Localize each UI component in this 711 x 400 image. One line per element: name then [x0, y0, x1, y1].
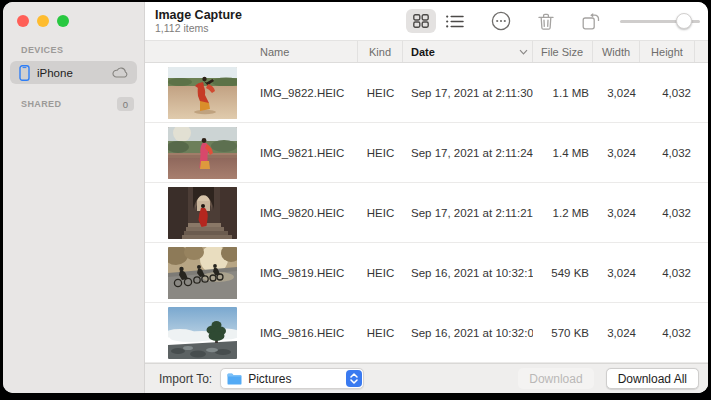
column-thumbnail — [145, 41, 252, 62]
slider-thumb[interactable] — [676, 13, 692, 29]
photo-thumbnail[interactable] — [145, 307, 252, 359]
import-to-label: Import To: — [159, 372, 212, 386]
file-kind: HEIC — [358, 207, 403, 219]
import-destination-select[interactable]: Pictures — [220, 368, 364, 389]
file-date: Sep 17, 2021 at 2:11:24... — [403, 147, 533, 159]
column-header-spacer — [695, 41, 708, 62]
close-window-button[interactable] — [17, 15, 29, 27]
cyclists-on-road-photo — [168, 247, 237, 299]
iphone-icon — [19, 65, 30, 81]
sidebar: DEVICES iPhone SHARED 0 — [3, 2, 145, 393]
download-all-button[interactable]: Download All — [606, 368, 699, 389]
grid-view-icon — [413, 14, 429, 28]
column-header-file-size[interactable]: File Size — [533, 41, 593, 62]
shared-section-label: SHARED — [21, 99, 117, 109]
file-name: IMG_9820.HEIC — [252, 207, 358, 219]
file-kind: HEIC — [358, 87, 403, 99]
image-height: 4,032 — [640, 207, 695, 219]
image-width: 3,024 — [593, 147, 640, 159]
file-size: 1.2 MB — [533, 207, 593, 219]
column-header-height[interactable]: Height — [640, 41, 695, 62]
dancer-on-plaza-photo — [168, 67, 237, 119]
table-row[interactable]: IMG_9820.HEIC HEIC Sep 17, 2021 at 2:11:… — [145, 183, 708, 243]
photo-list: IMG_9822.HEIC HEIC Sep 17, 2021 at 2:11:… — [145, 63, 708, 363]
column-header-name[interactable]: Name — [252, 41, 358, 62]
table-row[interactable]: IMG_9822.HEIC HEIC Sep 17, 2021 at 2:11:… — [145, 63, 708, 123]
trash-icon — [538, 13, 554, 30]
table-row[interactable]: IMG_9821.HEIC HEIC Sep 17, 2021 at 2:11:… — [145, 123, 708, 183]
more-circle-icon — [491, 11, 511, 31]
image-height: 4,032 — [640, 147, 695, 159]
date-header-label: Date — [411, 46, 435, 58]
photo-thumbnail[interactable] — [145, 247, 252, 299]
rotate-button[interactable] — [576, 9, 606, 33]
photo-thumbnail[interactable] — [145, 187, 252, 239]
table-header: Name Kind Date File Size Width Height — [145, 40, 708, 63]
file-date: Sep 16, 2021 at 10:32:0... — [403, 327, 533, 339]
file-name: IMG_9816.HEIC — [252, 327, 358, 339]
image-width: 3,024 — [593, 327, 640, 339]
rotate-icon — [582, 13, 600, 30]
file-kind: HEIC — [358, 267, 403, 279]
image-height: 4,032 — [640, 327, 695, 339]
minimize-window-button[interactable] — [37, 15, 49, 27]
file-size: 1.4 MB — [533, 147, 593, 159]
window-controls — [3, 2, 144, 27]
page-title: Image Capture — [155, 8, 242, 22]
red-dress-stone-tunnel-photo — [168, 187, 237, 239]
file-name: IMG_9821.HEIC — [252, 147, 358, 159]
file-date: Sep 17, 2021 at 2:11:21... — [403, 207, 533, 219]
content-area: Image Capture 1,112 items — [145, 2, 708, 393]
import-bar: Import To: Pictures Download Download Al… — [145, 363, 708, 393]
file-name: IMG_9822.HEIC — [252, 87, 358, 99]
file-size: 549 KB — [533, 267, 593, 279]
photo-thumbnail[interactable] — [145, 127, 252, 179]
shared-section: SHARED 0 — [3, 97, 144, 111]
folder-icon — [227, 373, 242, 385]
image-capture-window: DEVICES iPhone SHARED 0 Image Capture 1,… — [3, 2, 708, 393]
file-name: IMG_9819.HEIC — [252, 267, 358, 279]
item-count: 1,112 items — [155, 22, 242, 34]
download-button[interactable]: Download — [518, 368, 593, 389]
thumbnail-size-slider[interactable] — [620, 13, 700, 29]
shared-count-badge: 0 — [117, 97, 134, 111]
import-destination-value: Pictures — [248, 372, 346, 386]
device-name: iPhone — [37, 67, 112, 79]
image-width: 3,024 — [593, 87, 640, 99]
more-actions-button[interactable] — [486, 9, 516, 33]
image-height: 4,032 — [640, 87, 695, 99]
file-size: 570 KB — [533, 327, 593, 339]
select-stepper-icon[interactable] — [346, 370, 362, 387]
file-size: 1.1 MB — [533, 87, 593, 99]
file-date: Sep 16, 2021 at 10:32:1... — [403, 267, 533, 279]
file-kind: HEIC — [358, 147, 403, 159]
sidebar-item-iphone[interactable]: iPhone — [10, 61, 137, 84]
file-kind: HEIC — [358, 327, 403, 339]
table-row[interactable]: IMG_9819.HEIC HEIC Sep 16, 2021 at 10:32… — [145, 243, 708, 303]
cloud-icon — [112, 67, 129, 78]
column-header-date[interactable]: Date — [403, 41, 533, 62]
devices-section-label: DEVICES — [3, 45, 144, 55]
list-view-icon — [446, 15, 464, 28]
grid-view-button[interactable] — [406, 9, 436, 33]
table-row[interactable]: IMG_9816.HEIC HEIC Sep 16, 2021 at 10:32… — [145, 303, 708, 363]
tree-on-rocky-summit-photo — [168, 307, 237, 359]
sort-chevron-down-icon — [519, 49, 528, 55]
woman-in-sari-garden-photo — [168, 127, 237, 179]
image-height: 4,032 — [640, 267, 695, 279]
column-header-width[interactable]: Width — [593, 41, 640, 62]
delete-button[interactable] — [531, 9, 561, 33]
column-header-kind[interactable]: Kind — [358, 41, 403, 62]
photo-thumbnail[interactable] — [145, 67, 252, 119]
toolbar: Image Capture 1,112 items — [145, 2, 708, 40]
zoom-window-button[interactable] — [57, 15, 69, 27]
image-width: 3,024 — [593, 267, 640, 279]
file-date: Sep 17, 2021 at 2:11:30... — [403, 87, 533, 99]
image-width: 3,024 — [593, 207, 640, 219]
list-view-button[interactable] — [440, 9, 470, 33]
